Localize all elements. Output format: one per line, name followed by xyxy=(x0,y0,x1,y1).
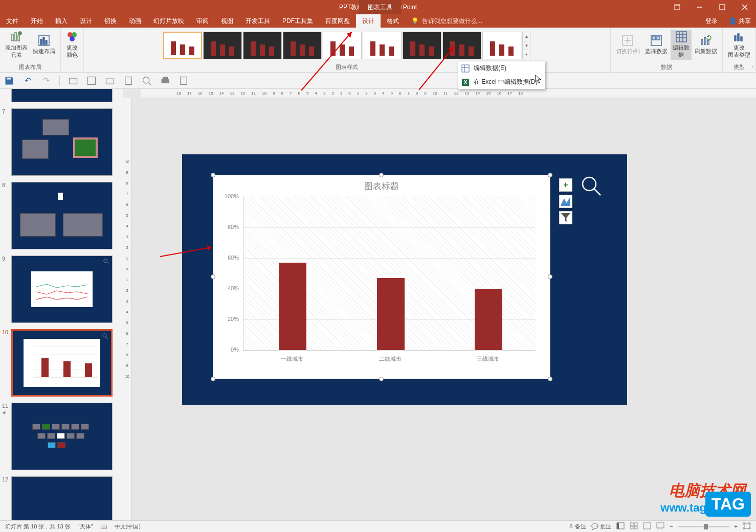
slideshow-view-button[interactable] xyxy=(656,522,664,530)
gallery-more-button[interactable]: ▾ xyxy=(523,50,530,59)
slide-panel[interactable]: 7 8 9 10 xyxy=(0,89,123,521)
tab-review[interactable]: 审阅 xyxy=(190,14,215,28)
tab-pdf-tools[interactable]: PDF工具集 xyxy=(276,14,319,28)
slide-canvas[interactable]: 图表标题 0%20%40%60%80%100% 一线城市二线城市三线城市 + xyxy=(182,154,627,405)
chart-style-8[interactable] xyxy=(442,32,481,59)
login-link[interactable]: 登录 xyxy=(699,14,724,28)
fit-slide-button[interactable] xyxy=(743,522,751,530)
chart-style-7[interactable] xyxy=(403,32,441,59)
svg-rect-32 xyxy=(462,65,469,72)
zoom-slider[interactable] xyxy=(678,526,729,527)
tab-view[interactable]: 视图 xyxy=(215,14,239,28)
selection-handle[interactable] xyxy=(379,173,384,177)
chart-style-4[interactable] xyxy=(283,32,322,59)
chart-styles-button[interactable] xyxy=(559,195,572,208)
slide-thumbnail-11[interactable]: 11 ★ xyxy=(11,403,119,470)
chart-y-tick: 20% xyxy=(228,316,239,322)
reading-view-button[interactable] xyxy=(643,522,651,530)
slide-thumbnail-7[interactable]: 7 xyxy=(11,108,119,176)
svg-rect-40 xyxy=(125,77,132,84)
svg-rect-12 xyxy=(43,37,45,44)
chart-style-2[interactable] xyxy=(203,32,242,59)
edit-data-button[interactable]: 编辑数 据 xyxy=(671,30,692,60)
selection-handle[interactable] xyxy=(211,274,215,279)
slide-thumbnail-10[interactable]: 10 xyxy=(11,329,119,397)
zoom-out-button[interactable]: − xyxy=(670,523,673,529)
dropdown-edit-in-excel[interactable]: X 在 Excel 中编辑数据(D) xyxy=(458,75,545,89)
qat-btn-5[interactable] xyxy=(142,76,152,86)
change-chart-type-button[interactable]: 更改 图表类型 xyxy=(726,30,752,60)
tell-me-search[interactable]: 💡 告诉我您想要做什么... xyxy=(405,17,488,26)
chart-bar[interactable] xyxy=(377,278,405,350)
chart-style-5[interactable] xyxy=(323,32,362,59)
chart-filters-button[interactable] xyxy=(559,211,572,224)
qat-btn-3[interactable] xyxy=(105,76,115,86)
add-chart-element-button[interactable]: 添加图表 元素 xyxy=(3,30,30,60)
save-button[interactable] xyxy=(4,76,14,86)
change-colors-button[interactable]: 更改 颜色 xyxy=(64,30,80,60)
slide-thumbnail-6-partial[interactable] xyxy=(11,89,119,102)
svg-line-50 xyxy=(106,337,108,339)
selection-handle[interactable] xyxy=(548,274,552,279)
chart-style-3[interactable] xyxy=(243,32,282,59)
qat-btn-4[interactable] xyxy=(123,76,134,86)
dropdown-edit-data[interactable]: 编辑数据(E) xyxy=(458,61,545,75)
selection-handle[interactable] xyxy=(211,173,215,177)
qat-btn-2[interactable] xyxy=(86,76,97,86)
collapse-ribbon-button[interactable]: ˄ xyxy=(751,65,754,71)
chart-plot-area[interactable]: 0%20%40%60%80%100% 一线城市二线城市三线城市 xyxy=(224,194,540,363)
tab-file[interactable]: 文件 xyxy=(0,14,25,28)
slide-thumbnail-8[interactable]: 8 xyxy=(11,182,119,249)
chart-style-9[interactable] xyxy=(482,32,521,59)
quick-layout-button[interactable]: 快速布局 xyxy=(31,30,57,60)
tab-format[interactable]: 格式 xyxy=(381,14,405,28)
refresh-data-button[interactable]: 刷新数据 xyxy=(693,30,719,60)
select-data-button[interactable]: 选择数据 xyxy=(643,30,670,60)
normal-view-button[interactable] xyxy=(616,522,625,530)
selection-handle[interactable] xyxy=(548,377,552,381)
gallery-up-button[interactable]: ▲ xyxy=(523,32,530,41)
sorter-view-button[interactable] xyxy=(630,522,638,530)
chart-bar[interactable] xyxy=(475,289,502,350)
share-button[interactable]: 👤 共享 xyxy=(724,17,756,26)
qat-btn-6[interactable] xyxy=(160,76,170,86)
chart-title[interactable]: 图表标题 xyxy=(213,175,550,194)
maximize-button[interactable] xyxy=(711,0,733,14)
zoom-in-button[interactable]: + xyxy=(735,523,738,529)
tab-developer[interactable]: 开发工具 xyxy=(239,14,276,28)
chart-style-6[interactable] xyxy=(363,32,402,59)
tab-animations[interactable]: 动画 xyxy=(123,14,147,28)
language-indicator[interactable]: 中文(中国) xyxy=(115,523,141,530)
qat-btn-7[interactable] xyxy=(179,76,189,86)
selection-handle[interactable] xyxy=(548,173,552,177)
slide-thumbnail-12[interactable]: 12 xyxy=(11,476,119,521)
undo-button[interactable]: ↶ xyxy=(23,76,33,86)
slide-editor[interactable]: 1817161514131211109876543210123456789101… xyxy=(123,89,756,521)
tab-baidu[interactable]: 百度网盘 xyxy=(319,14,356,28)
comments-button[interactable]: 💬 批注 xyxy=(591,523,611,530)
qat-btn-1[interactable] xyxy=(68,76,78,86)
chart-style-1[interactable] xyxy=(163,32,202,59)
tab-home[interactable]: 开始 xyxy=(25,14,49,28)
notes-button[interactable]: ≜ 备注 xyxy=(569,523,586,530)
slide-thumbnail-9[interactable]: 9 xyxy=(11,256,119,323)
tab-slideshow[interactable]: 幻灯片放映 xyxy=(147,14,190,28)
tab-design[interactable]: 设计 xyxy=(74,14,98,28)
selection-handle[interactable] xyxy=(211,377,215,381)
chart-object[interactable]: 图表标题 0%20%40%60%80%100% 一线城市二线城市三线城市 + xyxy=(213,175,550,379)
switch-row-col-button[interactable]: 切换行/列 xyxy=(614,30,642,60)
ribbon-options-icon[interactable] xyxy=(666,0,688,14)
tab-insert[interactable]: 插入 xyxy=(49,14,74,28)
tab-chart-design[interactable]: 设计 xyxy=(356,14,381,28)
zoom-thumb[interactable] xyxy=(704,524,708,529)
chart-elements-button[interactable]: + xyxy=(559,178,572,192)
selection-handle[interactable] xyxy=(379,377,384,381)
spellcheck-icon[interactable]: 📖 xyxy=(100,523,107,530)
svg-rect-3 xyxy=(720,5,725,10)
chart-bar[interactable] xyxy=(279,263,306,350)
gallery-down-button[interactable]: ▼ xyxy=(523,41,530,51)
tab-transitions[interactable]: 切换 xyxy=(98,14,123,28)
redo-button[interactable]: ↷ xyxy=(41,76,51,86)
minimize-button[interactable] xyxy=(688,0,711,14)
close-button[interactable] xyxy=(733,0,756,14)
